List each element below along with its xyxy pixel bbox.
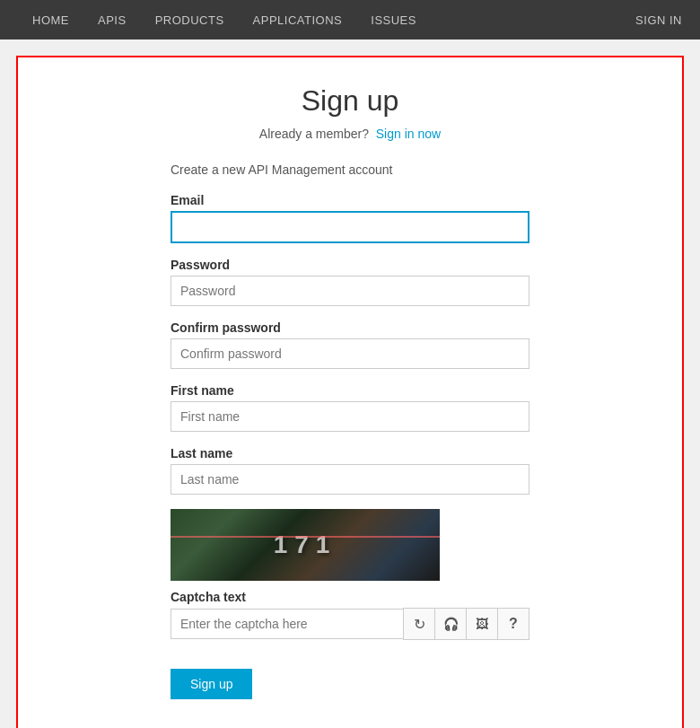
captcha-image-button[interactable]: 🖼	[466, 608, 498, 640]
first-name-input[interactable]	[171, 401, 529, 432]
email-label: Email	[171, 193, 529, 207]
last-name-label: Last name	[171, 446, 529, 460]
captcha-input-row: ↻ 🎧 🖼 ?	[171, 608, 529, 640]
last-name-group: Last name	[171, 446, 529, 495]
form-wrapper: Sign up Already a member? Sign in now Cr…	[171, 84, 529, 699]
captcha-input[interactable]	[171, 609, 404, 639]
image-icon: 🖼	[476, 617, 488, 631]
subtitle-text: Already a member?	[259, 127, 369, 141]
captcha-group: Captcha text ↻ 🎧 🖼 ?	[171, 590, 529, 640]
first-name-label: First name	[171, 383, 529, 398]
signup-form: Email Password Confirm password First na…	[171, 193, 529, 699]
form-description: Create a new API Management account	[171, 162, 529, 177]
confirm-password-group: Confirm password	[171, 320, 529, 369]
subtitle: Already a member? Sign in now	[171, 127, 529, 141]
audio-icon: 🎧	[443, 617, 459, 631]
captcha-refresh-button[interactable]: ↻	[403, 608, 435, 640]
sign-in-link[interactable]: SIGN IN	[635, 13, 682, 27]
captcha-label: Captcha text	[171, 590, 529, 604]
signin-link[interactable]: Sign in now	[376, 127, 441, 141]
captcha-help-button[interactable]: ?	[497, 608, 529, 640]
confirm-password-label: Confirm password	[171, 320, 529, 335]
confirm-password-input[interactable]	[171, 338, 529, 369]
help-icon: ?	[509, 616, 518, 632]
page-title: Sign up	[171, 84, 529, 118]
last-name-input[interactable]	[171, 464, 529, 495]
main-container: Sign up Already a member? Sign in now Cr…	[16, 56, 684, 728]
email-input[interactable]	[171, 211, 529, 243]
password-label: Password	[171, 258, 529, 272]
nav-items: HOME APIS PRODUCTS APPLICATIONS ISSUES	[18, 0, 635, 39]
nav-issues[interactable]: ISSUES	[356, 0, 431, 39]
password-group: Password	[171, 258, 529, 306]
refresh-icon: ↻	[414, 616, 425, 633]
navigation: HOME APIS PRODUCTS APPLICATIONS ISSUES S…	[0, 0, 700, 39]
signup-button[interactable]: Sign up	[171, 669, 252, 699]
captcha-audio-button[interactable]: 🎧	[434, 608, 467, 640]
nav-home[interactable]: HOME	[18, 0, 83, 39]
nav-apis[interactable]: APIS	[83, 0, 141, 39]
password-input[interactable]	[171, 276, 529, 306]
captcha-image	[171, 509, 440, 581]
email-group: Email	[171, 193, 529, 243]
nav-applications[interactable]: APPLICATIONS	[239, 0, 357, 39]
first-name-group: First name	[171, 383, 529, 432]
nav-products[interactable]: PRODUCTS	[141, 0, 239, 39]
